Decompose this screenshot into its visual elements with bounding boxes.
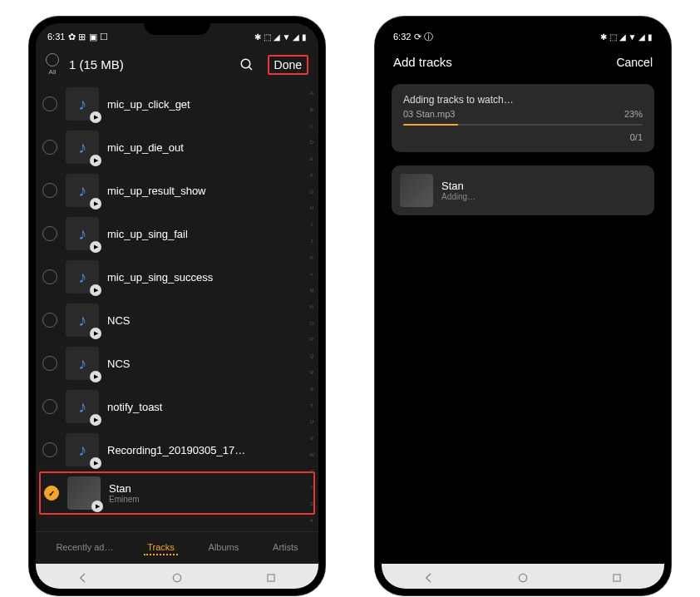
tabs: Recently ad…TracksAlbumsArtists: [36, 531, 318, 564]
az-index-letter[interactable]: Q: [307, 353, 317, 358]
tab-albums[interactable]: Albums: [205, 540, 243, 555]
play-badge-icon: ▶: [90, 414, 101, 426]
music-note-icon: ♪ ▶: [66, 433, 99, 466]
track-info: NCS: [107, 314, 312, 327]
status-icons-left: ✿ ⊞ ▣ ☐: [68, 32, 107, 42]
az-index-letter[interactable]: J: [307, 239, 317, 244]
music-note-icon: ♪ ▶: [66, 260, 99, 294]
track-checkbox[interactable]: [42, 399, 57, 414]
az-index-letter[interactable]: M: [307, 288, 317, 293]
progress-filename: 03 Stan.mp3: [403, 109, 455, 119]
play-badge-icon: ▶: [90, 371, 101, 382]
track-checkbox[interactable]: [42, 442, 57, 457]
page-title: Add tracks: [393, 55, 452, 69]
az-index-letter[interactable]: I: [307, 222, 317, 227]
track-list[interactable]: ♪ ▶ mic_up_click_get ♪ ▶ mic_up_die_out …: [36, 82, 318, 531]
track-title: mic_up_sing_fail: [107, 228, 312, 240]
az-index-letter[interactable]: H: [307, 205, 317, 210]
az-index-letter[interactable]: A: [307, 91, 317, 96]
track-title: notify_toast: [107, 401, 312, 413]
az-index-letter[interactable]: F: [307, 173, 317, 178]
adding-track-title: Stan: [441, 180, 476, 192]
az-index-letter[interactable]: G: [307, 190, 317, 195]
track-row[interactable]: ♪ ▶ mic_up_result_show: [36, 169, 318, 212]
nav-home-icon[interactable]: [515, 570, 530, 585]
search-icon[interactable]: [239, 57, 254, 72]
adding-track-status: Adding…: [441, 192, 476, 201]
track-checkbox[interactable]: [42, 269, 57, 284]
track-row[interactable]: ♪ ▶ mic_up_die_out: [36, 126, 318, 169]
az-index-letter[interactable]: R: [307, 370, 317, 375]
tab-artists[interactable]: Artists: [269, 540, 302, 555]
tab-recentlyad[interactable]: Recently ad…: [52, 540, 116, 555]
status-icons-right: ✱ ⬚ ◢ ▼ ◢ ▮: [254, 32, 307, 42]
phone-right: 6:32 ⟳ ⓘ ✱ ⬚ ◢ ▼ ◢ ▮ Add tracks Cancel A…: [375, 17, 671, 595]
track-info: mic_up_click_get: [107, 98, 312, 111]
track-row[interactable]: ♪ ▶ NCS: [36, 342, 318, 385]
tab-tracks[interactable]: Tracks: [144, 540, 178, 555]
music-note-icon: ♪ ▶: [66, 131, 99, 164]
az-index-letter[interactable]: T: [307, 403, 317, 408]
notch: [490, 17, 556, 35]
play-badge-icon: ▶: [90, 198, 101, 210]
track-info: mic_up_die_out: [107, 141, 312, 154]
svg-rect-5: [614, 575, 620, 581]
track-info: Stan Eminem: [109, 482, 310, 504]
nav-back-icon[interactable]: [76, 570, 91, 585]
music-note-icon: ♪ ▶: [66, 303, 99, 337]
az-index-letter[interactable]: N: [307, 304, 317, 309]
done-button[interactable]: Done: [268, 55, 308, 75]
az-index-letter[interactable]: Z: [307, 501, 317, 506]
az-index-letter[interactable]: Y: [307, 485, 317, 490]
track-title: Stan: [109, 482, 310, 495]
az-index-letter[interactable]: K: [307, 255, 317, 260]
track-row[interactable]: ♪ ▶ mic_up_click_get: [36, 82, 318, 126]
svg-line-1: [249, 67, 252, 70]
az-index-letter[interactable]: B: [307, 107, 317, 112]
track-checkbox[interactable]: [42, 313, 57, 328]
track-checkbox[interactable]: [42, 356, 57, 371]
album-art-icon: [400, 174, 433, 207]
track-checkbox[interactable]: [42, 140, 57, 155]
nav-home-icon[interactable]: [170, 570, 185, 585]
track-checkbox[interactable]: [42, 96, 57, 111]
play-badge-icon: ▶: [90, 111, 101, 123]
az-index-letter[interactable]: X: [307, 469, 317, 474]
track-title: mic_up_result_show: [107, 185, 312, 197]
play-badge-icon: ▶: [90, 284, 101, 296]
az-index[interactable]: ABCDEFGHIJKLMNOPQRSTUVWXYZ#: [307, 91, 317, 523]
az-index-letter[interactable]: W: [307, 452, 317, 457]
az-index-letter[interactable]: E: [307, 156, 317, 161]
az-index-letter[interactable]: #: [307, 518, 317, 523]
cancel-button[interactable]: Cancel: [616, 56, 653, 69]
track-checkbox[interactable]: [42, 183, 57, 198]
play-badge-icon: ▶: [90, 241, 101, 253]
track-title: mic_up_die_out: [107, 141, 312, 154]
phone-left: 6:31 ✿ ⊞ ▣ ☐ ✱ ⬚ ◢ ▼ ◢ ▮ All 1 (15 MB) D…: [29, 17, 325, 595]
az-index-letter[interactable]: C: [307, 124, 317, 129]
nav-recent-icon[interactable]: [264, 570, 279, 585]
track-row[interactable]: ♪ ▶ notify_toast: [36, 385, 318, 428]
svg-point-4: [519, 574, 526, 581]
az-index-letter[interactable]: L: [307, 271, 317, 276]
track-row[interactable]: ▶ Stan Eminem: [39, 471, 315, 515]
nav-back-icon[interactable]: [421, 570, 436, 585]
az-index-letter[interactable]: O: [307, 321, 317, 326]
track-checkbox[interactable]: [42, 226, 57, 241]
music-note-icon: ♪ ▶: [66, 347, 99, 380]
az-index-letter[interactable]: D: [307, 140, 317, 145]
az-index-letter[interactable]: P: [307, 337, 317, 342]
track-title: Recording1_20190305_17…: [107, 444, 312, 456]
play-badge-icon: ▶: [90, 328, 101, 339]
nav-recent-icon[interactable]: [609, 570, 624, 585]
select-all-button[interactable]: All: [46, 53, 59, 76]
az-index-letter[interactable]: U: [307, 419, 317, 424]
az-index-letter[interactable]: S: [307, 387, 317, 392]
az-index-letter[interactable]: V: [307, 436, 317, 441]
track-row[interactable]: ♪ ▶ mic_up_sing_success: [36, 255, 318, 298]
track-row[interactable]: ♪ ▶ Recording1_20190305_17…: [36, 428, 318, 471]
track-row[interactable]: ♪ ▶ NCS: [36, 298, 318, 342]
screen-add-tracks: 6:32 ⟳ ⓘ ✱ ⬚ ◢ ▼ ◢ ▮ Add tracks Cancel A…: [382, 23, 664, 589]
track-checkbox[interactable]: [44, 486, 59, 501]
track-row[interactable]: ♪ ▶ mic_up_sing_fail: [36, 212, 318, 255]
